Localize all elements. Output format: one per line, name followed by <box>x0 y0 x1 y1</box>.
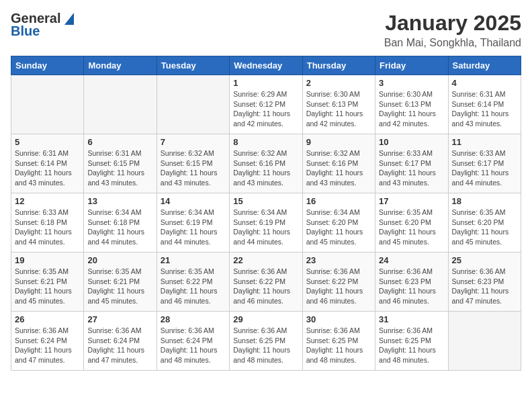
calendar-cell: 26Sunrise: 6:36 AM Sunset: 6:24 PM Dayli… <box>11 312 84 371</box>
location-title: Ban Mai, Songkhla, Thailand <box>384 37 521 49</box>
calendar-cell: 27Sunrise: 6:36 AM Sunset: 6:24 PM Dayli… <box>84 312 157 371</box>
day-info: Sunrise: 6:33 AM Sunset: 6:17 PM Dayligh… <box>452 148 517 188</box>
day-info: Sunrise: 6:30 AM Sunset: 6:13 PM Dayligh… <box>306 89 371 129</box>
svg-marker-0 <box>64 13 74 25</box>
calendar-cell: 1Sunrise: 6:29 AM Sunset: 6:12 PM Daylig… <box>230 75 302 134</box>
calendar-day-header: Saturday <box>448 56 521 75</box>
calendar-cell: 23Sunrise: 6:36 AM Sunset: 6:22 PM Dayli… <box>302 253 375 312</box>
logo: General Blue <box>11 11 74 39</box>
day-number: 26 <box>15 314 80 324</box>
calendar-cell <box>157 75 229 134</box>
day-number: 19 <box>15 255 80 265</box>
day-info: Sunrise: 6:33 AM Sunset: 6:17 PM Dayligh… <box>379 148 444 188</box>
day-number: 24 <box>379 255 444 265</box>
day-info: Sunrise: 6:36 AM Sunset: 6:24 PM Dayligh… <box>161 326 226 365</box>
day-info: Sunrise: 6:36 AM Sunset: 6:22 PM Dayligh… <box>233 267 298 306</box>
calendar-cell: 14Sunrise: 6:34 AM Sunset: 6:19 PM Dayli… <box>157 193 229 253</box>
month-title: January 2025 <box>384 11 521 36</box>
calendar-cell: 9Sunrise: 6:32 AM Sunset: 6:16 PM Daylig… <box>302 134 375 193</box>
day-number: 20 <box>87 255 152 265</box>
calendar-day-header: Tuesday <box>157 56 229 75</box>
day-number: 4 <box>452 78 517 88</box>
calendar-cell: 22Sunrise: 6:36 AM Sunset: 6:22 PM Dayli… <box>230 253 302 312</box>
calendar-cell: 28Sunrise: 6:36 AM Sunset: 6:24 PM Dayli… <box>157 312 229 371</box>
calendar-cell: 17Sunrise: 6:35 AM Sunset: 6:20 PM Dayli… <box>375 193 448 253</box>
calendar: SundayMondayTuesdayWednesdayThursdayFrid… <box>11 56 521 371</box>
day-number: 23 <box>306 255 371 265</box>
day-info: Sunrise: 6:32 AM Sunset: 6:16 PM Dayligh… <box>233 148 298 188</box>
day-info: Sunrise: 6:31 AM Sunset: 6:15 PM Dayligh… <box>87 148 152 188</box>
day-number: 5 <box>15 137 80 147</box>
day-number: 2 <box>306 78 371 88</box>
calendar-cell: 24Sunrise: 6:36 AM Sunset: 6:23 PM Dayli… <box>375 253 448 312</box>
day-info: Sunrise: 6:36 AM Sunset: 6:25 PM Dayligh… <box>306 326 371 365</box>
header: General Blue January 2025 Ban Mai, Songk… <box>11 11 521 49</box>
calendar-cell: 11Sunrise: 6:33 AM Sunset: 6:17 PM Dayli… <box>448 134 521 193</box>
day-number: 6 <box>87 137 152 147</box>
calendar-cell: 16Sunrise: 6:34 AM Sunset: 6:20 PM Dayli… <box>302 193 375 253</box>
calendar-cell <box>448 312 521 371</box>
calendar-cell: 19Sunrise: 6:35 AM Sunset: 6:21 PM Dayli… <box>11 253 84 312</box>
day-info: Sunrise: 6:36 AM Sunset: 6:24 PM Dayligh… <box>87 326 152 365</box>
day-number: 7 <box>161 137 226 147</box>
day-info: Sunrise: 6:36 AM Sunset: 6:22 PM Dayligh… <box>306 267 371 306</box>
day-number: 11 <box>452 137 517 147</box>
calendar-cell: 3Sunrise: 6:30 AM Sunset: 6:13 PM Daylig… <box>375 75 448 134</box>
day-number: 3 <box>379 78 444 88</box>
calendar-cell: 25Sunrise: 6:36 AM Sunset: 6:23 PM Dayli… <box>448 253 521 312</box>
day-info: Sunrise: 6:36 AM Sunset: 6:25 PM Dayligh… <box>233 326 298 365</box>
calendar-cell: 2Sunrise: 6:30 AM Sunset: 6:13 PM Daylig… <box>302 75 375 134</box>
calendar-cell: 7Sunrise: 6:32 AM Sunset: 6:15 PM Daylig… <box>157 134 229 193</box>
calendar-cell: 12Sunrise: 6:33 AM Sunset: 6:18 PM Dayli… <box>11 193 84 253</box>
day-info: Sunrise: 6:36 AM Sunset: 6:25 PM Dayligh… <box>379 326 444 365</box>
calendar-cell <box>84 75 157 134</box>
day-info: Sunrise: 6:30 AM Sunset: 6:13 PM Dayligh… <box>379 89 444 129</box>
day-info: Sunrise: 6:35 AM Sunset: 6:22 PM Dayligh… <box>161 267 226 306</box>
calendar-day-header: Monday <box>84 56 157 75</box>
calendar-cell: 8Sunrise: 6:32 AM Sunset: 6:16 PM Daylig… <box>230 134 302 193</box>
logo-triangle-icon <box>62 13 74 25</box>
logo-blue-text: Blue <box>11 24 40 39</box>
day-number: 27 <box>87 314 152 324</box>
day-info: Sunrise: 6:29 AM Sunset: 6:12 PM Dayligh… <box>233 89 298 129</box>
calendar-cell: 29Sunrise: 6:36 AM Sunset: 6:25 PM Dayli… <box>230 312 302 371</box>
calendar-cell: 21Sunrise: 6:35 AM Sunset: 6:22 PM Dayli… <box>157 253 229 312</box>
day-info: Sunrise: 6:34 AM Sunset: 6:19 PM Dayligh… <box>233 208 298 247</box>
day-number: 30 <box>306 314 371 324</box>
day-info: Sunrise: 6:34 AM Sunset: 6:18 PM Dayligh… <box>87 208 152 247</box>
calendar-cell <box>11 75 84 134</box>
day-number: 29 <box>233 314 298 324</box>
day-number: 12 <box>15 196 80 206</box>
calendar-cell: 15Sunrise: 6:34 AM Sunset: 6:19 PM Dayli… <box>230 193 302 253</box>
calendar-cell: 20Sunrise: 6:35 AM Sunset: 6:21 PM Dayli… <box>84 253 157 312</box>
calendar-cell: 10Sunrise: 6:33 AM Sunset: 6:17 PM Dayli… <box>375 134 448 193</box>
day-info: Sunrise: 6:35 AM Sunset: 6:21 PM Dayligh… <box>87 267 152 306</box>
calendar-cell: 13Sunrise: 6:34 AM Sunset: 6:18 PM Dayli… <box>84 193 157 253</box>
day-number: 28 <box>161 314 226 324</box>
calendar-day-header: Friday <box>375 56 448 75</box>
calendar-cell: 5Sunrise: 6:31 AM Sunset: 6:14 PM Daylig… <box>11 134 84 193</box>
day-number: 10 <box>379 137 444 147</box>
calendar-week-row: 19Sunrise: 6:35 AM Sunset: 6:21 PM Dayli… <box>11 253 521 312</box>
day-info: Sunrise: 6:34 AM Sunset: 6:20 PM Dayligh… <box>306 208 371 247</box>
day-number: 14 <box>161 196 226 206</box>
day-info: Sunrise: 6:33 AM Sunset: 6:18 PM Dayligh… <box>15 208 80 247</box>
day-number: 13 <box>87 196 152 206</box>
day-number: 25 <box>452 255 517 265</box>
day-number: 18 <box>452 196 517 206</box>
calendar-week-row: 12Sunrise: 6:33 AM Sunset: 6:18 PM Dayli… <box>11 193 521 253</box>
calendar-day-header: Sunday <box>11 56 84 75</box>
calendar-cell: 4Sunrise: 6:31 AM Sunset: 6:14 PM Daylig… <box>448 75 521 134</box>
day-number: 17 <box>379 196 444 206</box>
calendar-header-row: SundayMondayTuesdayWednesdayThursdayFrid… <box>11 56 521 75</box>
day-number: 8 <box>233 137 298 147</box>
day-info: Sunrise: 6:36 AM Sunset: 6:23 PM Dayligh… <box>452 267 517 306</box>
day-number: 16 <box>306 196 371 206</box>
calendar-cell: 18Sunrise: 6:35 AM Sunset: 6:20 PM Dayli… <box>448 193 521 253</box>
day-info: Sunrise: 6:35 AM Sunset: 6:20 PM Dayligh… <box>452 208 517 247</box>
day-info: Sunrise: 6:32 AM Sunset: 6:16 PM Dayligh… <box>306 148 371 188</box>
title-section: January 2025 Ban Mai, Songkhla, Thailand <box>384 11 521 49</box>
day-info: Sunrise: 6:36 AM Sunset: 6:24 PM Dayligh… <box>15 326 80 365</box>
day-info: Sunrise: 6:31 AM Sunset: 6:14 PM Dayligh… <box>452 89 517 129</box>
calendar-cell: 31Sunrise: 6:36 AM Sunset: 6:25 PM Dayli… <box>375 312 448 371</box>
